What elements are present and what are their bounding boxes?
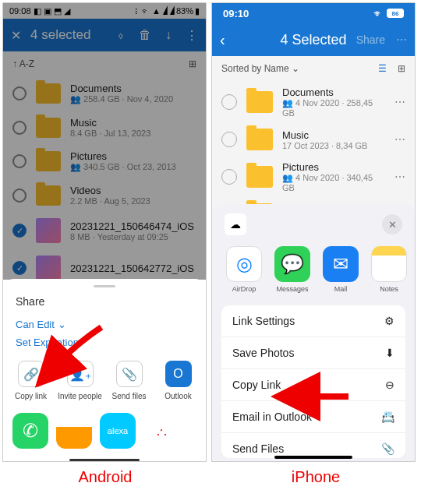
send-files-button[interactable]: 📎Send files (106, 361, 153, 400)
row-more-icon[interactable]: ⋯ (394, 133, 405, 146)
android-label: Android (3, 468, 207, 486)
file-row[interactable]: Music8.4 GB · Jul 13, 2023 (3, 111, 206, 144)
amazon-icon[interactable] (56, 413, 92, 449)
chevron-down-icon: ⌄ (292, 63, 299, 74)
grid-view-icon[interactable]: ⊞ (398, 63, 405, 74)
attach-icon: 📎 (116, 361, 143, 387)
outlook-icon: O (165, 361, 192, 387)
sort-bar: Sorted by Name ⌄ ☰⊞ (212, 56, 415, 81)
set-expiration-button[interactable]: Set Expiration (3, 333, 206, 351)
app-icon[interactable]: ⸫ (143, 413, 179, 449)
select-radio[interactable] (221, 169, 237, 185)
app-row: ◎AirDrop 💬Messages ✉Mail Notes Re (218, 243, 409, 302)
notes-button[interactable]: Notes (370, 246, 409, 293)
wifi-icon: ᯤ (373, 8, 384, 19)
file-row[interactable]: Videos2.2 MB · Aug 5, 2023 (3, 178, 206, 212)
select-radio[interactable] (221, 132, 237, 147)
notes-icon (371, 246, 407, 282)
airdrop-button[interactable]: ◎AirDrop (225, 246, 264, 293)
copy-link-button[interactable]: 🔗Copy link (8, 361, 55, 400)
share-title: Share (3, 295, 206, 315)
file-row[interactable]: Documents👥 4 Nov 2020 · 258,45 GB⋯ (212, 81, 415, 123)
chevron-down-icon: ⌄ (58, 319, 66, 330)
copy-link-row[interactable]: Copy Link⊖ (221, 369, 405, 401)
link-icon: 🔗 (18, 361, 44, 387)
airdrop-icon: ◎ (226, 246, 262, 282)
back-icon[interactable]: ‹ (220, 31, 225, 49)
signal-icons: ⋮ ᯤ ▲ ◢ ◢ (134, 6, 175, 16)
time: 09:08 (9, 6, 31, 16)
download-icon: ⬇ (385, 347, 394, 359)
outlook-icon: 📇 (381, 411, 394, 423)
person-add-icon: 👤₊ (67, 361, 94, 387)
image-thumb (36, 256, 61, 280)
nav-indicator (69, 459, 140, 461)
send-files-row[interactable]: Send Files📎 (221, 433, 405, 458)
link-settings-row[interactable]: Link Settings⚙ (221, 305, 405, 337)
selection-toolbar: ✕ 4 selected ⬨ 🗑 ↓ ⋮ (3, 19, 206, 51)
android-screen: 09:08 ◧ ▣ ⬒ ◢ ⋮ ᯤ ▲ ◢ ◢ 83% ▮ ✕ 4 select… (2, 2, 207, 462)
email-outlook-row[interactable]: Email in Outlook📇 (221, 401, 405, 433)
file-row[interactable]: Pictures👥 340.5 GB · Oct 23, 2013 (3, 144, 206, 178)
select-radio[interactable] (12, 121, 27, 135)
drag-handle[interactable] (94, 285, 115, 287)
whatsapp-icon[interactable]: ✆ (12, 413, 48, 449)
file-row[interactable]: Music17 Oct 2023 · 8,34 GB⋯ (212, 123, 415, 156)
folder-icon (246, 166, 273, 188)
battery-icon: 86 (387, 9, 404, 18)
home-indicator (274, 456, 352, 459)
file-row[interactable]: Documents👥 258.4 GB · Nov 4, 2020 (3, 76, 206, 111)
select-radio[interactable] (12, 154, 27, 168)
invite-people-button[interactable]: 👤₊Invite people (57, 361, 104, 400)
select-checked[interactable]: ✓ (12, 224, 27, 238)
close-button[interactable]: ✕ (382, 214, 402, 234)
download-icon[interactable]: ↓ (165, 28, 172, 43)
more-icon[interactable]: ⋯ (396, 33, 407, 46)
app-row: ✆ alexa ⸫ (3, 410, 206, 458)
file-row[interactable]: Pictures👥 4 Nov 2020 · 340,45 GB⋯ (212, 156, 415, 198)
select-radio[interactable] (12, 86, 27, 100)
share-sheet: Share Can Edit⌄ Set Expiration 🔗Copy lin… (3, 279, 206, 461)
status-bar: 09:10 ᯤ86 (212, 3, 415, 23)
folder-icon (36, 83, 61, 104)
folder-icon (36, 151, 61, 171)
file-row[interactable]: ✓20231221_150646474_iOS8 MB · Yesterday … (3, 212, 206, 249)
row-more-icon[interactable]: ⋯ (394, 171, 405, 183)
grid-view-icon[interactable]: ⊞ (189, 58, 196, 69)
share-menu: Link Settings⚙ Save Photos⬇ Copy Link⊖ E… (221, 305, 405, 458)
iphone-screen: 09:10 ᯤ86 ‹ 4 Selected Share⋯ Sorted by … (211, 2, 416, 462)
select-radio[interactable] (221, 94, 237, 110)
file-list: Documents👥 258.4 GB · Nov 4, 2020 Music8… (3, 76, 206, 287)
row-more-icon[interactable]: ⋯ (394, 96, 405, 108)
sort-button[interactable]: ↑ A-Z (12, 58, 34, 69)
attach-icon: 📎 (381, 442, 394, 455)
onedrive-icon: ☁ (225, 213, 246, 235)
folder-icon (36, 118, 61, 138)
list-view-icon[interactable]: ☰ (378, 63, 387, 74)
save-photos-row[interactable]: Save Photos⬇ (221, 337, 405, 369)
status-bar: 09:08 ◧ ▣ ⬒ ◢ ⋮ ᯤ ▲ ◢ ◢ 83% ▮ (3, 3, 206, 19)
selection-toolbar: ‹ 4 Selected Share⋯ (212, 23, 415, 56)
battery-pct: 83% (176, 6, 193, 16)
iphone-label: iPhone (214, 468, 418, 486)
share-sheet: ☁ ✕ ◎AirDrop 💬Messages ✉Mail Notes Re Li… (212, 204, 415, 461)
can-edit-button[interactable]: Can Edit⌄ (3, 315, 206, 333)
select-radio[interactable] (12, 189, 27, 203)
select-checked[interactable]: ✓ (12, 261, 27, 275)
more-icon[interactable]: ⋮ (186, 28, 198, 43)
messages-button[interactable]: 💬Messages (273, 246, 312, 293)
alexa-icon[interactable]: alexa (100, 413, 136, 449)
outlook-button[interactable]: OOutlook (155, 361, 202, 400)
close-icon[interactable]: ✕ (11, 28, 21, 43)
selection-count: 4 Selected (280, 32, 346, 48)
link-icon: ⊖ (385, 379, 394, 391)
folder-icon (36, 185, 61, 206)
trash-icon[interactable]: 🗑 (139, 28, 151, 43)
share-icon[interactable]: ⬨ (117, 28, 125, 43)
share-button[interactable]: Share (356, 33, 385, 46)
messages-icon: 💬 (274, 246, 310, 282)
mail-button[interactable]: ✉Mail (321, 246, 360, 293)
folder-icon (246, 129, 273, 150)
battery-icon: ▮ (195, 6, 200, 16)
sort-button[interactable]: Sorted by Name ⌄ (221, 63, 299, 74)
